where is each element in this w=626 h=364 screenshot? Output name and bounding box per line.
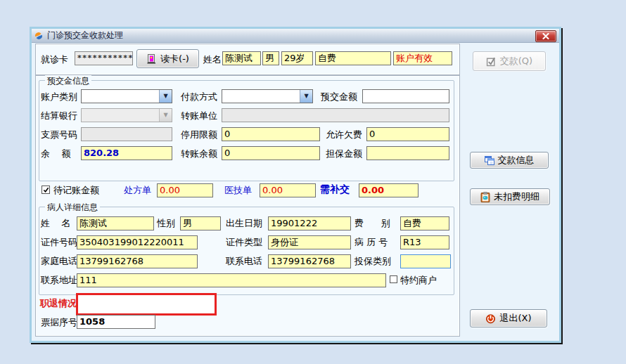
chevron-down-icon[interactable]: ▼ [159, 90, 172, 103]
pay-button-label: 交款(Q) [500, 55, 532, 67]
retire-status-highlight [76, 293, 217, 316]
retire-status-field[interactable] [78, 295, 215, 313]
insurance-type-label: 投保类别 [354, 256, 391, 266]
cheque-number-field [81, 127, 172, 141]
receipt-number-field[interactable]: 1058 [77, 315, 155, 329]
chevron-down-icon[interactable]: ▼ [300, 90, 312, 103]
id-type-field[interactable]: 身份证 [268, 235, 351, 249]
insurance-type-field[interactable]: (自费)自费 [400, 254, 451, 268]
account-type-combobox[interactable]: 门诊预交金 ▼ [81, 89, 172, 103]
allow-arrears-label: 允许欠费 [326, 129, 362, 140]
patient-group-title: 病人详细信息 [45, 202, 100, 214]
window-title: 门诊预交金收款处理 [47, 30, 123, 41]
birth-date-label: 出生日期 [226, 218, 262, 228]
close-button[interactable] [535, 30, 556, 42]
contact-phone-field[interactable]: 13799162768 [268, 254, 351, 268]
pay-button[interactable]: 交款(Q) [473, 51, 546, 71]
id-number-label: 证件号码 [41, 237, 77, 247]
pending-amount-checkbox[interactable] [41, 186, 50, 194]
home-phone-field[interactable]: 13799162768 [77, 254, 198, 268]
prescription-label: 处方单 [124, 185, 151, 195]
patient-name-field[interactable]: 陈测试 [222, 51, 261, 65]
medtech-label: 医技单 [224, 185, 252, 195]
birth-date-field[interactable]: 19901222 [268, 216, 351, 230]
card-reader-icon [146, 53, 157, 64]
prepay-group-title: 预交金信息 [45, 75, 91, 87]
due-label: 需补交 [320, 184, 350, 195]
table-grid-icon [485, 156, 494, 165]
gender-field[interactable]: 男 [262, 51, 279, 65]
undeducted-detail-button[interactable]: 未扣费明细 [470, 188, 550, 205]
address-label: 联系地址 [41, 275, 77, 285]
read-card-label: 读卡(-) [160, 53, 189, 65]
receipt-number-label: 票据序号 [41, 317, 77, 327]
clipboard-icon [480, 192, 490, 202]
due-field: 0.00 [359, 183, 419, 197]
card-number-field[interactable]: *********** [75, 51, 133, 65]
allow-arrears-field[interactable]: 0 [366, 127, 449, 141]
id-type-label: 证件类型 [226, 237, 262, 247]
patient-gender-field[interactable]: 男 [180, 216, 221, 230]
patient-gender-label: 性别 [157, 218, 175, 228]
transfer-unit-label: 转账单位 [181, 110, 217, 121]
undeducted-detail-button-label: 未扣费明细 [494, 190, 539, 203]
main-form-panel: 预交金信息 账户类别 门诊预交金 ▼ 付款方式 现金 ▼ 预交金额 结算银行 ▼… [35, 75, 460, 337]
prescription-field: 0.00 [157, 183, 213, 197]
bank-combobox: ▼ [81, 108, 172, 122]
account-type-label: 账户类别 [41, 91, 77, 102]
mrn-label: 病 历 号 [354, 237, 388, 247]
close-icon [542, 33, 549, 39]
cheque-number-label: 支票号码 [41, 129, 77, 140]
patient-name-label: 姓 名 [41, 218, 71, 228]
pay-info-button[interactable]: 交款信息 [470, 152, 549, 169]
title-bar[interactable]: 门诊预交金收款处理 [32, 29, 559, 43]
id-number-field[interactable]: 350403199012220011 [77, 235, 198, 249]
exit-button-label: 退出(X) [499, 312, 531, 325]
patient-name-detail-field[interactable]: 陈测试 [77, 216, 154, 230]
exit-button[interactable]: 退出(X) [470, 309, 547, 327]
medtech-field: 0.00 [260, 183, 316, 197]
balance-label: 余 额 [41, 148, 71, 159]
guarantee-field[interactable] [366, 146, 449, 160]
checked-box-icon [486, 56, 497, 67]
pay-info-button-label: 交款信息 [498, 154, 535, 167]
retire-status-label: 职退情况 [40, 298, 77, 308]
mrn-field[interactable]: R13 [400, 235, 449, 249]
card-label: 就诊卡 [41, 54, 68, 65]
chevron-down-icon: ▼ [159, 109, 172, 122]
guarantee-label: 担保金额 [326, 148, 362, 159]
check-icon [43, 187, 49, 193]
stop-limit-label: 停用限额 [181, 129, 217, 140]
special-merchant-checkbox[interactable] [390, 275, 397, 283]
address-field[interactable]: 111 [77, 273, 386, 287]
home-phone-label: 家庭电话 [41, 256, 77, 266]
stop-limit-field[interactable]: 0 [222, 127, 320, 141]
patient-fee-field[interactable]: 自费 [400, 216, 449, 230]
dialog-window: 门诊预交金收款处理 就诊卡 *********** 读卡(-) 姓名 陈测试 [30, 27, 561, 343]
balance-field: 820.28 [81, 146, 172, 160]
pay-method-label: 付款方式 [181, 91, 217, 102]
transfer-balance-field: 0 [222, 146, 320, 160]
prepay-amount-label: 预交金额 [321, 91, 357, 102]
contact-phone-label: 联系电话 [226, 256, 262, 266]
read-card-button[interactable]: 读卡(-) [136, 49, 199, 68]
pay-method-combobox[interactable]: 现金 ▼ [222, 89, 313, 103]
special-merchant-label: 特约商户 [400, 275, 437, 285]
pending-amount-label: 待记账金额 [53, 185, 99, 195]
fee-type-field[interactable]: 自费 [315, 51, 391, 65]
card-row-panel: 就诊卡 *********** 读卡(-) 姓名 陈测试 男 29岁 自费 账户… [35, 44, 460, 75]
bank-label: 结算银行 [41, 110, 77, 121]
power-icon [485, 313, 496, 324]
account-status-field: 账户有效 [393, 51, 452, 65]
prepay-amount-field[interactable] [362, 89, 449, 103]
name-label: 姓名 [203, 54, 222, 65]
transfer-balance-label: 转账余额 [181, 148, 217, 159]
patient-fee-label: 费 别 [354, 218, 390, 228]
transfer-unit-field [222, 108, 449, 122]
age-field[interactable]: 29岁 [281, 51, 313, 65]
app-icon [34, 31, 44, 41]
